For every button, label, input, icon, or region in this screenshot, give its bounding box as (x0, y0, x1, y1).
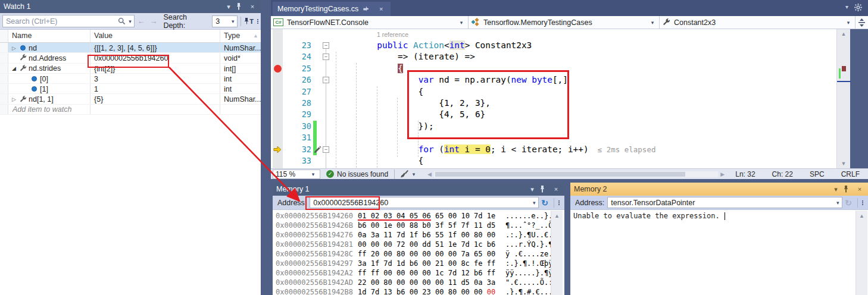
refresh-icon[interactable]: ↻ (541, 198, 548, 208)
watch-value-cell[interactable]: 1 (90, 84, 220, 93)
window-menu-icon[interactable]: ▾ (527, 186, 537, 193)
codelens-references[interactable]: 1 reference (377, 31, 408, 38)
close-icon[interactable]: × (248, 3, 257, 10)
watch-row[interactable]: Add item to watch (0, 105, 261, 115)
watch-titlebar[interactable]: Watch 1 ▾ × (0, 0, 261, 13)
code-line[interactable]: {1, 2, 3}, (336, 98, 868, 109)
watch-name-cell[interactable]: [1] (8, 84, 90, 93)
memory-row[interactable]: 0x000002556B1942A2ff ff 00 00 00 00 1c 7… (276, 269, 564, 278)
forward-icon[interactable]: → (149, 17, 157, 26)
watch-value-cell[interactable]: 0x000002556b194260 (90, 53, 220, 62)
class-dropdown[interactable]: Tensorflow.MemoryTestingCases ▾ (469, 16, 660, 29)
status-line-ending[interactable]: CRLF (833, 170, 868, 178)
search-input[interactable]: Search (Ctrl+E) ▾ (2, 15, 135, 27)
vertical-scrollbar[interactable]: ▲ ▼ (836, 29, 850, 168)
memory-row[interactable]: 0x000002556B1942760a 3a 11 7d 1f b6 55 1… (276, 231, 564, 240)
column-header-name[interactable]: Name (8, 30, 90, 42)
code-line[interactable]: for (int i = 0; i < iterate; i++) ≤ 2ms … (336, 144, 868, 155)
watch-settings-pin-icon[interactable]: T (244, 17, 254, 25)
tab-close-icon[interactable]: × (376, 5, 386, 12)
status-insert-mode[interactable]: SPC (801, 170, 833, 178)
watch-value-cell[interactable]: {5} (90, 94, 220, 103)
code-editor[interactable]: 1 reference 23 public Action<int> Consta… (271, 29, 868, 168)
column-header-value[interactable]: Value (90, 30, 220, 42)
watch-value-cell[interactable]: 3 (90, 74, 220, 83)
memory-hex-bytes[interactable]: 3a 1f 7d 1d b6 00 21 00 8c fe ff (358, 259, 505, 268)
project-dropdown[interactable]: C# TensorFlowNET.Console ▾ (271, 16, 469, 29)
status-line[interactable]: Ln: 32 (727, 170, 763, 178)
memory2-titlebar[interactable]: Memory 2 ▾ × (570, 183, 868, 196)
address-input[interactable]: tensor.TensorDataPointer ▾ (607, 197, 842, 208)
code-line[interactable]: var nd = np.array(new byte[,] (336, 74, 868, 86)
watch-name-cell[interactable]: Add item to watch (8, 105, 90, 114)
split-editor-button[interactable] (855, 16, 868, 29)
watch-value-cell[interactable] (90, 105, 220, 114)
status-column[interactable]: Ch: 22 (764, 170, 801, 178)
document-tab[interactable]: MemoryTestingCases.cs × (273, 2, 391, 16)
add-watch-placeholder[interactable]: Add item to watch (10, 105, 71, 114)
memory-hex-bytes[interactable]: 22 00 80 00 00 00 00 11 d5 0a 3a (358, 278, 505, 287)
code-line[interactable]: { (336, 63, 868, 74)
issues-status[interactable]: No issues found (337, 170, 388, 178)
watch-name-cell[interactable]: ▷nd (8, 43, 90, 52)
expander-icon[interactable]: ▷ (10, 96, 18, 102)
pin-icon[interactable] (236, 3, 245, 10)
window-menu-icon[interactable]: ▾ (831, 186, 841, 193)
memory-hex-bytes[interactable]: b6 00 1e 00 88 b0 3f 5f 7f 11 d5 (358, 221, 505, 230)
watch-name-cell[interactable]: ▷nd[1, 1] (8, 94, 90, 103)
address-input[interactable]: 0x000002556B194260 ▾ (310, 197, 539, 208)
code-line[interactable]: { (336, 86, 868, 98)
breakpoint-icon[interactable] (274, 65, 282, 73)
code-line[interactable]: {4, 5, 6} (336, 109, 868, 120)
watch-name-cell[interactable]: ◢nd.strides (8, 64, 90, 73)
fold-collapse-icon[interactable]: − (323, 54, 329, 60)
memory-hex-bytes[interactable]: 1d 7d 13 b6 00 23 00 80 00 00 00 (358, 288, 505, 295)
watch-value-cell[interactable]: {[[1, 2, 3], [4, 5, 6]]} (90, 43, 220, 52)
code-line[interactable]: => (iterate) => (336, 51, 868, 62)
code-line[interactable]: public Action<int> Constant2x3 (336, 40, 868, 51)
watch-row[interactable]: nd.Address0x000002556b194260void* (0, 53, 261, 63)
toolbar-overflow-icon[interactable] (862, 200, 863, 205)
address-dropdown-icon[interactable]: ▾ (530, 200, 538, 206)
back-icon[interactable]: ← (137, 17, 145, 26)
watch-row[interactable]: ◢nd.strides{int[2]}int[] (0, 64, 261, 74)
zoom-select[interactable]: 115 % ▾ (273, 170, 320, 179)
code-line[interactable]: { (336, 155, 868, 167)
close-icon[interactable]: × (551, 186, 561, 193)
memory1-scrollbar[interactable]: ▲ (551, 211, 563, 295)
code-line[interactable] (336, 132, 868, 143)
pin-icon[interactable] (843, 186, 853, 193)
expander-icon[interactable]: ◢ (10, 65, 18, 71)
memory2-content[interactable]: Unable to evaluate the expression. (570, 210, 868, 220)
scroll-up-icon[interactable]: ▲ (253, 33, 258, 39)
document-well-dropdown-icon[interactable]: ▾ (845, 4, 848, 11)
gear-icon[interactable] (854, 4, 862, 11)
memory-hex-bytes[interactable]: 00 00 00 72 00 dd 51 1e 7d 1c b6 (358, 240, 505, 249)
search-icon[interactable] (118, 17, 126, 25)
address-dropdown-icon[interactable]: ▾ (833, 200, 842, 206)
tab-pin-icon[interactable] (363, 6, 372, 12)
watch-row[interactable]: ▷nd{[[1, 2, 3], [4, 5, 6]]}NumShar... (0, 43, 261, 53)
memory-hex-bytes[interactable]: ff ff 00 00 00 00 1c 7d 12 b6 ff (358, 269, 505, 278)
toolbar-overflow-icon[interactable] (558, 200, 560, 205)
code-cleanup-broom-icon[interactable] (401, 170, 410, 178)
fold-collapse-icon[interactable]: − (323, 146, 329, 153)
memory-row[interactable]: 0x000002556B19428Cff 20 00 80 00 00 00 0… (276, 250, 564, 259)
memory1-titlebar[interactable]: Memory 1 ▾ × (273, 183, 564, 196)
window-menu-icon[interactable]: ▾ (224, 3, 233, 11)
fold-collapse-icon[interactable]: − (323, 77, 329, 83)
memory-row[interactable]: 0x000002556B1942AD22 00 80 00 00 00 00 1… (276, 278, 564, 288)
search-dropdown-icon[interactable]: ▾ (126, 18, 134, 24)
search-depth-select[interactable]: 3 ▾ (212, 15, 238, 27)
memory-row[interactable]: 0x000002556B1942973a 1f 7d 1d b6 00 21 0… (276, 259, 564, 269)
fold-collapse-icon[interactable]: − (323, 42, 329, 49)
code-line[interactable]: }); (336, 121, 868, 132)
watch-row[interactable]: [0]3int (0, 74, 261, 84)
memory2-scrollbar[interactable]: ▲ (855, 211, 867, 295)
member-dropdown[interactable]: Constant2x3 ▾ (660, 16, 855, 29)
watch-row[interactable]: [1]1int (0, 84, 261, 94)
memory-row[interactable]: 0x000002556B19426Bb6 00 1e 00 88 b0 3f 5… (276, 221, 564, 231)
watch-value-cell[interactable]: {int[2]} (90, 64, 220, 73)
watch-name-cell[interactable]: [0] (8, 74, 90, 83)
broom-dropdown-icon[interactable]: ▾ (410, 171, 418, 177)
